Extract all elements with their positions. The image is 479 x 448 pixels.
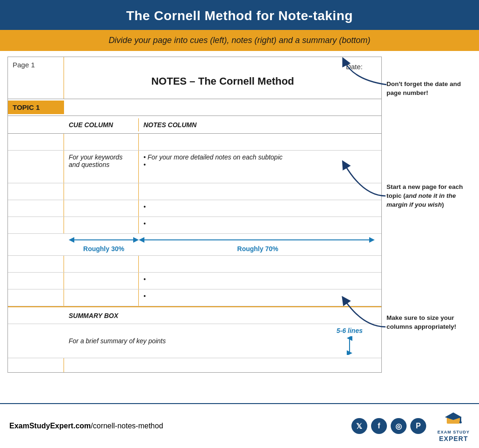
summary-text: For a brief summary of key points	[69, 337, 166, 345]
arrow-content: Roughly 30% Roughly 70%	[64, 234, 381, 255]
arrow-row: Roughly 30% Roughly 70%	[8, 234, 381, 256]
page-title: The Cornell Method for Note-taking	[9, 8, 470, 23]
arrow-30-svg	[69, 236, 139, 244]
footer-socials: 𝕏 f ◎ P EXAM STUDY EXPERT	[351, 410, 470, 442]
annot-3-text: Make sure to size your columns appropria…	[386, 314, 473, 332]
lines-indicator: 5-6 lines	[336, 327, 363, 355]
col-headers-row: CUE COLUMN NOTES COLUMN	[8, 116, 381, 134]
subtitle-text: Divide your page into cues (left), notes…	[9, 36, 470, 45]
annot-3-block: Make sure to size your columns appropria…	[386, 314, 473, 332]
cue-text: For your keywords and questions	[64, 151, 139, 183]
svg-point-6	[459, 421, 462, 424]
annot-2-block: Start a new page for each topic (and not…	[386, 183, 473, 210]
empty-row-2	[8, 183, 381, 200]
twitter-icon[interactable]: 𝕏	[351, 418, 367, 434]
summary-section: SUMMARY BOX For a brief summary of key p…	[8, 306, 381, 372]
bullet-row-6: •	[8, 289, 381, 306]
footer-url-text: ExamStudyExpert.com/cornell-notes-method	[9, 422, 163, 430]
annot-2-arrow	[382, 192, 391, 202]
date-label: Date:	[73, 61, 372, 71]
arrow-30	[69, 236, 139, 244]
summary-header-cell: SUMMARY BOX	[64, 309, 381, 322]
main-container: The Cornell Method for Note-taking Divid…	[0, 0, 479, 448]
instagram-icon[interactable]: ◎	[391, 418, 407, 434]
bullet-row-5: •	[8, 273, 381, 289]
page-label: Page 1	[8, 57, 64, 99]
cue-col-header: CUE COLUMN	[64, 118, 139, 131]
annot-1-block: Don't forget the date and page number!	[386, 80, 473, 98]
arrows-line	[64, 236, 381, 244]
footer-logo: EXAM STUDY EXPERT	[437, 410, 470, 442]
notes-col-header: NOTES COLUMN	[139, 118, 381, 131]
pinterest-icon[interactable]: P	[410, 418, 426, 434]
annot-2-text: Start a new page for each topic (and not…	[386, 183, 473, 210]
header-section: The Cornell Method for Note-taking	[0, 0, 479, 30]
bullet-1: • For your more detailed notes on each s…	[143, 153, 283, 161]
topic-row: TOPIC 1	[8, 99, 381, 116]
cornell-note-area: Page 1 Date: NOTES – The Cornell Method …	[7, 57, 382, 399]
footer: ExamStudyExpert.com/cornell-notes-method…	[0, 403, 479, 448]
footer-url: ExamStudyExpert.com/cornell-notes-method	[9, 422, 163, 430]
cue-notes-row: For your keywords and questions • For yo…	[8, 151, 381, 183]
empty-row-3	[8, 256, 381, 273]
notes-header-content: Date: NOTES – The Cornell Method	[64, 57, 381, 99]
cornell-outer: Page 1 Date: NOTES – The Cornell Method …	[0, 51, 479, 403]
annot-3-arrow	[382, 323, 391, 332]
arrow-70	[139, 236, 377, 244]
summary-content-cell: For a brief summary of key points 5-6 li…	[64, 324, 381, 358]
arrow-70-svg	[139, 236, 377, 244]
notes-title: NOTES – The Cornell Method	[73, 75, 372, 87]
notes-bullet-1: • For your more detailed notes on each s…	[139, 151, 381, 183]
subtitle-bar: Divide your page into cues (left), notes…	[0, 30, 479, 51]
cornell-wrapper: Page 1 Date: NOTES – The Cornell Method …	[7, 57, 382, 373]
logo-top-text: EXAM STUDY	[437, 430, 470, 435]
bullet-row-3: •	[8, 200, 381, 217]
summary-content-row: For a brief summary of key points 5-6 li…	[8, 324, 381, 358]
bullet-row-4: •	[8, 217, 381, 234]
vert-arrow-svg	[346, 336, 353, 355]
pct-70-label: Roughly 70%	[139, 245, 377, 253]
pct-30-label: Roughly 30%	[69, 245, 139, 253]
summary-header-row: SUMMARY BOX	[8, 307, 381, 324]
logo-svg	[443, 410, 464, 430]
lines-label: 5-6 lines	[336, 327, 363, 334]
topic-cell: TOPIC 1	[8, 101, 64, 114]
annot-1-text: Don't forget the date and page number!	[386, 80, 473, 98]
right-annot-area: Don't forget the date and page number! S…	[382, 57, 475, 399]
annot-1-arrow	[382, 80, 391, 94]
facebook-icon[interactable]: f	[371, 418, 387, 434]
summary-last-row	[8, 358, 381, 372]
empty-row-1	[8, 134, 381, 151]
logo-bottom-text: EXPERT	[439, 435, 468, 442]
pct-labels: Roughly 30% Roughly 70%	[64, 244, 381, 253]
cornell-header-row: Page 1 Date: NOTES – The Cornell Method	[8, 57, 381, 99]
